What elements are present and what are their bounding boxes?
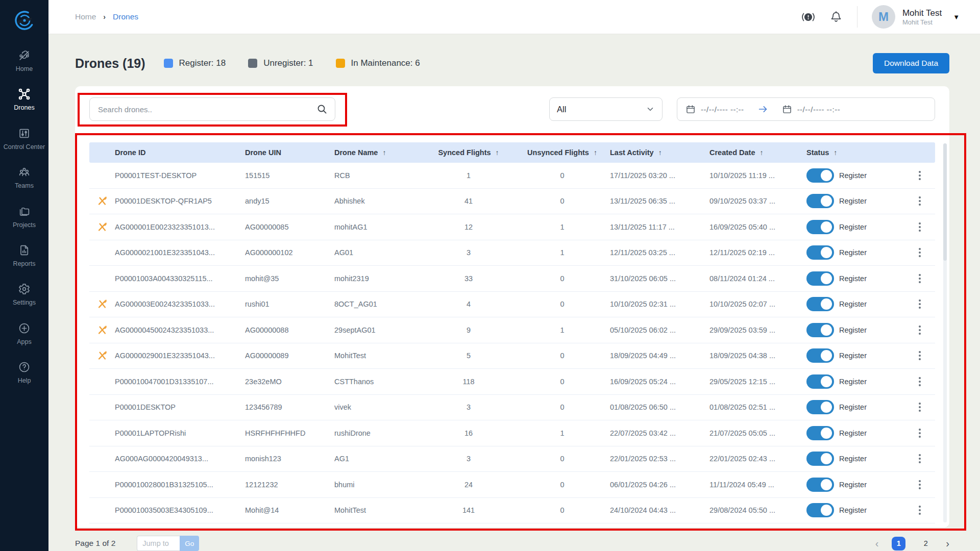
jump-to-input[interactable]	[137, 536, 180, 551]
row-menu-button[interactable]	[906, 222, 934, 232]
go-button[interactable]: Go	[180, 536, 199, 551]
date-to-field[interactable]: --/--/---- --:--	[782, 104, 841, 114]
row-menu-cell	[906, 248, 934, 257]
row-menu-button[interactable]	[906, 196, 934, 206]
table-row: P00001LAPTOPRishiHSRFHFHFHHFDrushiDrone1…	[89, 420, 935, 446]
row-menu-button[interactable]	[906, 454, 934, 463]
status-toggle[interactable]	[806, 503, 834, 517]
sort-asc-icon[interactable]: ↑	[382, 148, 386, 157]
sidebar-item-help[interactable]: Help	[0, 361, 48, 384]
row-menu-button[interactable]	[906, 506, 934, 515]
table-row: P00001TEST-DESKTOP151515RCB1017/11/2025 …	[89, 163, 935, 189]
row-menu-cell	[906, 196, 934, 206]
created-date-cell: 08/11/2024 01:24 ...	[709, 274, 806, 283]
sidebar-item-home[interactable]: Home	[0, 49, 48, 72]
row-menu-button[interactable]	[906, 171, 934, 180]
sidebar-item-settings[interactable]: Settings	[0, 283, 48, 306]
row-menu-button[interactable]	[906, 480, 934, 489]
drone-name-cell: rushiDrone	[334, 429, 423, 437]
unsynced-flights-cell: 1	[514, 326, 610, 334]
drone-name-cell: MohitTest	[334, 506, 423, 514]
breadcrumb-home-link[interactable]: Home	[75, 12, 96, 21]
toggle-knob	[821, 453, 832, 464]
toggle-knob	[821, 505, 832, 516]
status-cell: Register	[806, 297, 906, 311]
synced-flights-cell: 3	[423, 403, 514, 411]
sidebar-item-apps[interactable]: Apps	[0, 322, 48, 345]
status-toggle[interactable]	[806, 452, 834, 466]
status-cell: Register	[806, 348, 906, 363]
app-logo-icon[interactable]	[10, 6, 39, 35]
date-from-field[interactable]: --/--/---- --:--	[685, 104, 744, 114]
sort-asc-icon[interactable]: ↑	[834, 148, 837, 157]
user-menu[interactable]: M Mohit Test Mohit Test ▼	[872, 5, 960, 29]
drone-id-cell: AG000AG0000420049313...	[115, 455, 245, 463]
drone-uin-cell: AG000000102	[245, 248, 334, 257]
status-toggle[interactable]	[806, 271, 834, 286]
status-toggle[interactable]	[806, 245, 834, 260]
drone-id-cell: P000010035003E34305109...	[115, 506, 245, 514]
status-legend: Register: 18Unregister: 1In Maintenance:…	[164, 58, 420, 68]
row-menu-button[interactable]	[906, 403, 934, 412]
status-toggle[interactable]	[806, 323, 834, 337]
sort-asc-icon[interactable]: ↑	[760, 148, 763, 157]
status-toggle[interactable]	[806, 400, 834, 414]
status-toggle[interactable]	[806, 220, 834, 234]
status-toggle[interactable]	[806, 374, 834, 389]
row-menu-button[interactable]	[906, 377, 934, 386]
breadcrumb-current[interactable]: Drones	[113, 12, 138, 21]
legend-label: Unregister: 1	[263, 58, 313, 68]
status-cell: Register	[806, 245, 906, 260]
sort-asc-icon[interactable]: ↑	[594, 148, 597, 157]
status-cell: Register	[806, 452, 906, 466]
prev-page-icon[interactable]: ‹	[875, 538, 879, 548]
next-page-icon[interactable]: ›	[946, 538, 949, 548]
control-center-icon	[18, 127, 31, 140]
last-activity-cell: 18/09/2025 04:49 ...	[610, 352, 709, 360]
synced-flights-cell: 141	[423, 506, 514, 514]
avatar: M	[872, 5, 895, 29]
status-toggle[interactable]	[806, 426, 834, 440]
row-menu-button[interactable]	[906, 325, 934, 335]
sidebar-item-label: Reports	[13, 260, 36, 267]
status-toggle[interactable]	[806, 478, 834, 492]
status-toggle[interactable]	[806, 194, 834, 208]
status-toggle[interactable]	[806, 348, 834, 363]
sort-asc-icon[interactable]: ↑	[496, 148, 499, 157]
row-menu-button[interactable]	[906, 351, 934, 360]
status-cell: Register	[806, 271, 906, 286]
status-label: Register	[839, 300, 867, 308]
table-header-row: Drone IDDrone UINDrone Name↑Synced Fligh…	[89, 142, 935, 163]
toggle-knob	[821, 221, 832, 233]
search-input[interactable]	[89, 97, 335, 121]
column-header-drone-uin: Drone UIN	[245, 148, 334, 157]
row-menu-button[interactable]	[906, 274, 934, 283]
page-button-1[interactable]: 1	[892, 537, 905, 550]
download-data-button[interactable]: Download Data	[873, 53, 949, 73]
row-menu-button[interactable]	[906, 429, 934, 438]
row-menu-button[interactable]	[906, 248, 934, 257]
unsynced-flights-cell: 0	[514, 403, 610, 411]
status-label: Register	[839, 378, 867, 386]
page-button-2[interactable]: 2	[919, 537, 933, 550]
sidebar-item-teams[interactable]: Teams	[0, 166, 48, 189]
row-menu-cell	[906, 274, 934, 283]
date-to-value: --/--/---- --:--	[797, 105, 841, 114]
sidebar-item-reports[interactable]: Reports	[0, 244, 48, 267]
table-scrollbar[interactable]	[943, 143, 947, 522]
legend-item: In Maintenance: 6	[336, 58, 420, 68]
status-toggle[interactable]	[806, 168, 834, 183]
notifications-bell-icon[interactable]	[829, 10, 843, 23]
caret-down-icon[interactable]: ▼	[953, 13, 960, 21]
status-filter-dropdown[interactable]: All	[549, 97, 663, 121]
legend-swatch	[164, 59, 173, 68]
sidebar-item-control-center[interactable]: Control Center	[0, 127, 48, 151]
sidebar-item-projects[interactable]: Projects	[0, 205, 48, 229]
sidebar-item-drones[interactable]: Drones	[0, 88, 48, 111]
home-icon	[18, 49, 31, 62]
status-toggle[interactable]	[806, 297, 834, 311]
alert-icon[interactable]	[801, 10, 815, 24]
search-icon[interactable]	[316, 103, 328, 115]
sort-asc-icon[interactable]: ↑	[658, 148, 662, 157]
row-menu-button[interactable]	[906, 299, 934, 309]
